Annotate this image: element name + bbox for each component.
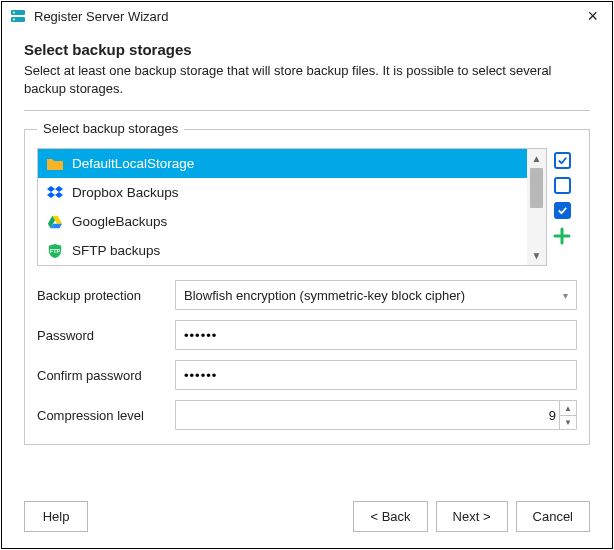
compression-spinner: ▲ ▼ xyxy=(559,401,576,429)
password-input[interactable] xyxy=(184,328,568,343)
divider xyxy=(24,110,590,111)
confirm-password-field-wrap xyxy=(175,360,577,390)
window-title: Register Server Wizard xyxy=(34,9,583,24)
dropbox-icon xyxy=(46,184,64,202)
storage-list[interactable]: DefaultLocalStorage Dropbox Backups xyxy=(37,148,547,266)
storage-groupbox: Select backup storages DefaultLocalStora… xyxy=(24,129,590,445)
gdrive-icon xyxy=(46,213,64,231)
storage-item-label: GoogleBackups xyxy=(72,214,167,229)
storage-item-google[interactable]: GoogleBackups xyxy=(38,207,546,236)
page-heading: Select backup storages xyxy=(24,41,590,58)
page-description: Select at least one backup storage that … xyxy=(24,62,590,98)
back-button[interactable]: < Back xyxy=(353,501,427,532)
help-button[interactable]: Help xyxy=(24,501,88,532)
invert-selection-checkbox[interactable] xyxy=(554,202,571,219)
scroll-track[interactable] xyxy=(527,168,546,246)
confirm-password-label: Confirm password xyxy=(37,368,175,383)
password-field-wrap xyxy=(175,320,577,350)
storage-item-label: Dropbox Backups xyxy=(72,185,179,200)
close-icon[interactable]: × xyxy=(583,9,602,23)
storage-item-label: SFTP backups xyxy=(72,243,160,258)
svg-point-3 xyxy=(13,19,15,21)
protection-select[interactable]: Blowfish encryption (symmetric-key block… xyxy=(175,280,577,310)
spin-up-icon[interactable]: ▲ xyxy=(560,401,576,416)
add-storage-button[interactable] xyxy=(553,227,571,249)
shield-icon: FTP xyxy=(46,242,64,260)
chevron-down-icon: ▾ xyxy=(563,290,568,301)
spin-down-icon[interactable]: ▼ xyxy=(560,416,576,430)
folder-icon xyxy=(46,155,64,173)
protection-label: Backup protection xyxy=(37,288,175,303)
scroll-up-icon[interactable]: ▲ xyxy=(527,149,546,168)
content-area: Select backup storages Select at least o… xyxy=(2,29,612,489)
side-controls xyxy=(547,148,577,266)
svg-point-2 xyxy=(13,12,15,14)
scroll-thumb[interactable] xyxy=(530,168,543,208)
compression-field[interactable]: 9 ▲ ▼ xyxy=(175,400,577,430)
compression-value: 9 xyxy=(549,408,556,423)
wizard-window: Register Server Wizard × Select backup s… xyxy=(1,1,613,549)
app-icon xyxy=(10,8,26,24)
scroll-down-icon[interactable]: ▼ xyxy=(527,246,546,265)
cancel-button[interactable]: Cancel xyxy=(516,501,590,532)
footer: Help < Back Next > Cancel xyxy=(2,489,612,548)
scrollbar[interactable]: ▲ ▼ xyxy=(527,149,546,265)
titlebar: Register Server Wizard × xyxy=(2,2,612,29)
groupbox-title: Select backup storages xyxy=(37,121,184,136)
next-button[interactable]: Next > xyxy=(436,501,508,532)
deselect-all-checkbox[interactable] xyxy=(554,177,571,194)
storage-item-sftp[interactable]: FTP SFTP backups xyxy=(38,236,546,265)
storage-item-label: DefaultLocalStorage xyxy=(72,156,194,171)
confirm-password-input[interactable] xyxy=(184,368,568,383)
compression-label: Compression level xyxy=(37,408,175,423)
svg-text:FTP: FTP xyxy=(50,248,61,254)
storage-item-default[interactable]: DefaultLocalStorage xyxy=(38,149,546,178)
select-all-checkbox[interactable] xyxy=(554,152,571,169)
storage-item-dropbox[interactable]: Dropbox Backups xyxy=(38,178,546,207)
protection-value: Blowfish encryption (symmetric-key block… xyxy=(184,288,465,303)
password-label: Password xyxy=(37,328,175,343)
